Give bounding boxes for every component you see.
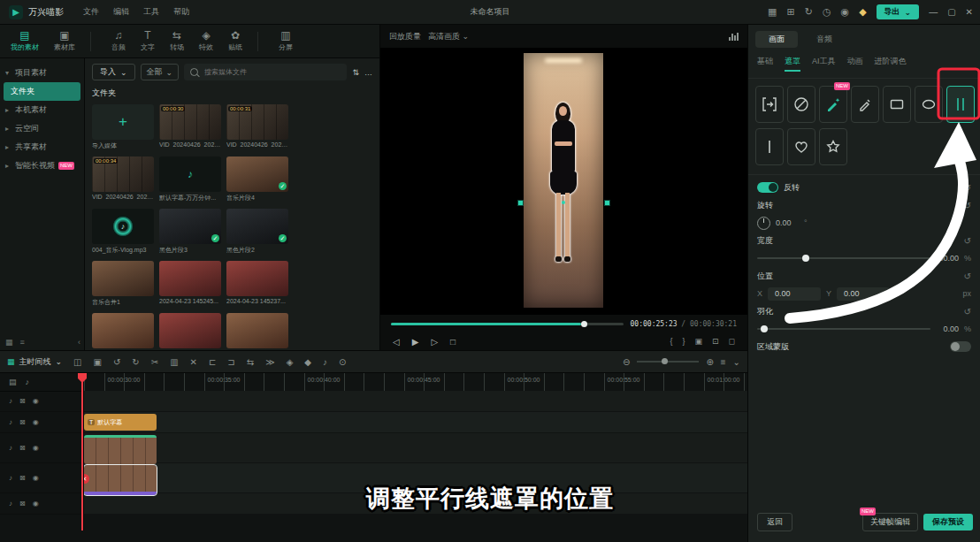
delete-icon[interactable]: ✕ [190,357,197,367]
mark-in-button[interactable]: { [670,337,672,346]
history-icon[interactable]: ◷ [823,6,831,18]
reset-icon[interactable]: ↺ [964,201,971,210]
playhead[interactable] [81,373,83,531]
track-header[interactable]: ♪ ⊠ ◉ [0,493,83,515]
selection-handle-left[interactable] [517,200,524,206]
filter-dropdown[interactable]: 全部⌄ [141,64,180,80]
save-preset-button[interactable]: 保存预设 [923,514,973,531]
redo-icon[interactable]: ↻ [132,357,139,367]
mark-out-button[interactable]: } [682,337,685,346]
keyframe-icon[interactable]: ◆ [304,357,311,367]
track-lane[interactable] [84,391,747,412]
star-mask-button[interactable] [819,128,847,165]
nav-stickers[interactable]: ✿ 贴纸 [228,30,242,52]
grid-overlay-button[interactable]: ⊡ [712,337,719,346]
track-manager-icon[interactable]: ▤ [9,378,17,386]
copy-icon[interactable]: ▥ [170,357,178,367]
parallel-lines-mask-button[interactable] [946,86,975,123]
track-header[interactable]: ♪ ⊠ ◉ [0,463,83,493]
sidebar-item-local-media[interactable]: ▸ 本机素材 [0,101,84,119]
media-item[interactable] [226,313,288,348]
collapsed-track-bar[interactable] [84,431,672,435]
media-item[interactable]: 2024-04-23 145237... [226,261,288,307]
nav-effects[interactable]: ◈ 特效 [199,30,213,52]
ai-mask-button[interactable]: NEW [819,86,847,123]
minimize-button[interactable]: — [929,7,938,17]
timeline-zoom-slider[interactable] [637,361,699,363]
line-mask-button[interactable] [755,128,784,165]
mute-track-icon[interactable]: ♪ [9,444,12,452]
trim-end-icon[interactable]: ⊐ [227,357,234,367]
track-lane[interactable] [84,433,747,463]
chevron-down-icon[interactable]: ⌄ [733,357,740,367]
reset-icon[interactable]: ↺ [964,236,971,246]
reset-icon[interactable]: ↺ [964,307,971,317]
sidebar-item-project-media[interactable]: ▾ 项目素材 [0,64,84,82]
mute-track-icon[interactable]: ♪ [9,397,12,405]
back-button[interactable]: 返回 [757,513,792,531]
sort-icon[interactable]: ⇅ [352,68,359,77]
text-clip[interactable]: T 默认字幕 [84,414,157,431]
media-item[interactable]: 音乐合并1 [92,261,154,307]
account-icon[interactable]: ◉ [841,6,850,18]
menu-edit[interactable]: 编辑 [113,6,129,18]
track-header[interactable]: ♪ ⊠ ◉ [0,412,83,433]
tab-audio[interactable]: 音频 [803,31,846,48]
video-viewport[interactable] [380,48,747,315]
hide-track-icon[interactable]: ◉ [33,444,39,452]
collapse-panel-icon[interactable]: ‹ [78,338,80,347]
sidebar-item-folder[interactable]: 文件夹 [4,82,80,101]
marker-icon[interactable]: ◈ [287,357,294,367]
nav-my-media[interactable]: ▤ 我的素材 [11,30,39,52]
invert-mask-toggle[interactable] [757,182,778,193]
grid-view-icon[interactable]: ▦ [5,338,13,347]
import-button[interactable]: 导入⌄ [92,64,135,80]
nav-stock-library[interactable]: ▣ 素材库 [54,30,75,52]
media-item[interactable] [159,313,221,348]
progress-handle[interactable] [581,321,587,327]
video-clip-selected[interactable] [84,465,157,495]
lock-track-icon[interactable]: ⊠ [19,397,26,405]
media-item[interactable] [92,313,154,348]
radial-mask-button[interactable] [787,86,815,123]
ellipse-mask-button[interactable] [915,86,943,123]
zoom-in-icon[interactable]: ⊕ [706,357,713,367]
trim-start-icon[interactable]: ⊏ [209,357,216,367]
playback-progress-bar[interactable] [391,323,624,325]
selection-center-point[interactable] [562,201,565,204]
next-frame-button[interactable]: ▷ [431,337,438,347]
subtab-basic[interactable]: 基础 [757,56,773,72]
fullscreen-button[interactable]: ◻ [729,337,735,346]
mute-track-icon[interactable]: ♪ [9,474,12,482]
timeline-ruler[interactable]: ▤ ♪ 00:00:30:00 00:00:35:00 00:00:40:00 … [0,373,747,392]
nav-text[interactable]: T 文字 [141,30,155,52]
menu-help[interactable]: 帮助 [173,6,189,18]
heart-mask-button[interactable] [787,128,815,165]
position-y-field[interactable]: 0.00 [837,287,890,301]
snapshot-tool-icon[interactable]: ▣ [94,357,102,367]
subtab-animation[interactable]: 动画 [847,56,863,72]
draw-mask-button[interactable] [851,86,879,123]
lock-track-icon[interactable]: ⊠ [19,500,26,508]
scopes-icon[interactable] [729,33,739,41]
media-item[interactable]: 00:00:34 VID_20240426_2026... [92,156,154,202]
media-item[interactable]: 00:00:31 VID_20240426_2021... [226,104,288,150]
hide-track-icon[interactable]: ◉ [33,397,39,405]
media-item[interactable]: 2024-04-23 145245... [159,261,221,307]
video-clip[interactable] [84,435,157,464]
menu-tools[interactable]: 工具 [143,6,159,18]
rotate-dial[interactable] [757,217,770,230]
audio-mixer-icon[interactable]: ♪ [323,357,327,367]
search-input[interactable] [203,67,341,77]
position-x-field[interactable]: 0.00 [768,287,821,301]
maximize-button[interactable]: ▢ [947,7,955,17]
addons-icon[interactable]: ⊞ [786,6,794,18]
feather-slider[interactable] [757,328,930,330]
media-item[interactable]: 00:00:30 VID_20240426_2020... [159,104,221,150]
swap-icon[interactable]: ⇆ [247,357,254,367]
selection-handle-right[interactable] [604,200,610,206]
nav-audio[interactable]: ♫ 音频 [111,30,126,52]
tab-video[interactable]: 画面 [755,31,798,48]
subtab-advanced-color[interactable]: 进阶调色 [875,56,907,72]
width-slider[interactable] [757,257,930,259]
